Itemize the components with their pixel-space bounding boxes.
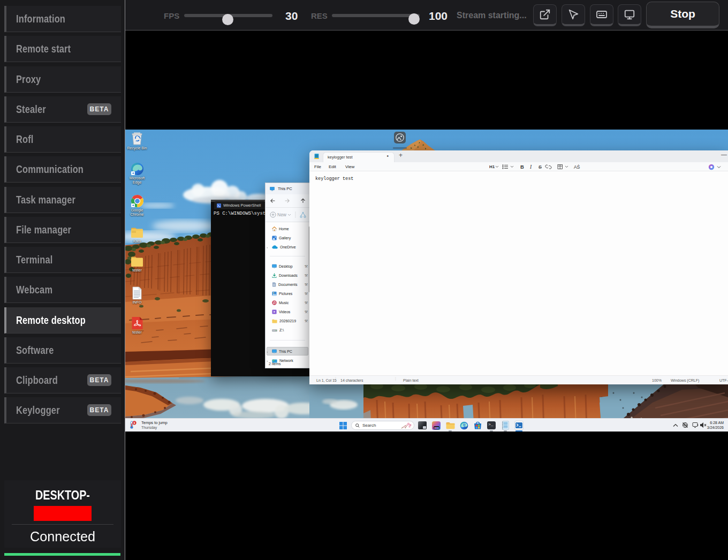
svg-text:S: S [539, 164, 542, 170]
svg-text:9: 9 [134, 421, 135, 425]
svg-text:H1: H1 [489, 164, 495, 169]
svg-text:I: I [529, 164, 532, 170]
svg-text:B: B [520, 164, 524, 170]
svg-text:AṠ: AṠ [574, 164, 580, 170]
svg-text:New: New [277, 212, 287, 217]
